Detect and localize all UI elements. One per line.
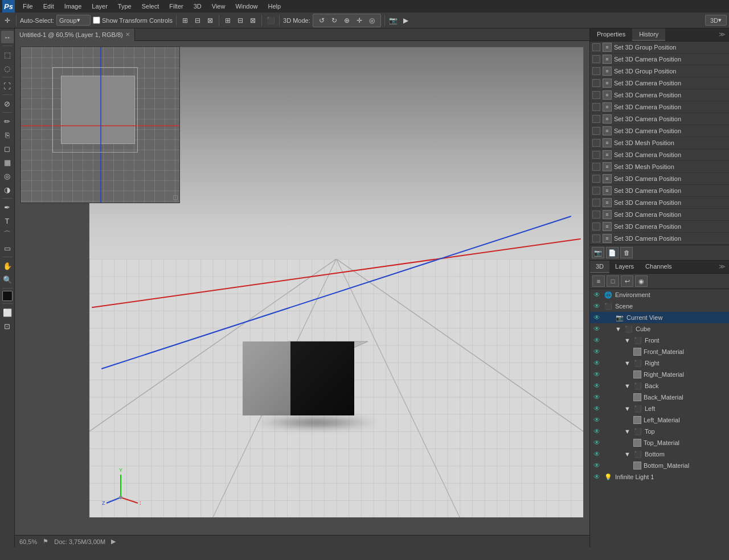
layer-left-material[interactable]: 👁 Left_Material	[590, 414, 729, 426]
layer-right[interactable]: 👁 ▼ ⬛ Right	[590, 357, 729, 369]
video-icon[interactable]: ▶	[401, 15, 411, 26]
brush-tool[interactable]: ✏	[1, 115, 14, 127]
blur-tool[interactable]: ◎	[1, 170, 14, 182]
right-expand[interactable]: ▼	[624, 360, 631, 367]
menu-layer[interactable]: Layer	[87, 2, 112, 11]
layer-top[interactable]: 👁 ▼ ⬛ Top	[590, 426, 729, 437]
clone-tool[interactable]: ⎘	[1, 129, 14, 141]
history-checkbox-2[interactable]	[592, 67, 600, 75]
align-left-icon[interactable]: ⊞	[180, 15, 190, 26]
history-item-11[interactable]: ≡ Set 3D Camera Position	[590, 173, 729, 185]
layer-filter-btn[interactable]: ≡	[592, 275, 605, 287]
zoom-tool-icon[interactable]: ◎	[367, 15, 377, 26]
text-tool[interactable]: T	[1, 215, 14, 227]
bottom-panel-expand[interactable]: ≫	[715, 261, 729, 273]
history-item-5[interactable]: ≡ Set 3D Camera Position	[590, 101, 729, 113]
history-checkbox-6[interactable]	[592, 115, 600, 123]
tab-history[interactable]: History	[632, 28, 665, 41]
menu-window[interactable]: Window	[231, 2, 262, 11]
history-item-9[interactable]: ≡ Set 3D Camera Position	[590, 149, 729, 161]
history-item-15[interactable]: ≡ Set 3D Camera Position	[590, 221, 729, 233]
layer-new-btn[interactable]: □	[607, 275, 619, 287]
left-visibility[interactable]: 👁	[592, 404, 601, 413]
roll-tool-icon[interactable]: ↻	[329, 15, 339, 26]
path-tool[interactable]: ⌒	[1, 228, 14, 241]
layer-current-view[interactable]: 👁 📷 Current View	[590, 312, 729, 323]
history-checkbox-15[interactable]	[592, 223, 600, 230]
history-create-snapshot[interactable]: 📷	[592, 247, 604, 258]
layer-bottom-material[interactable]: 👁 Bottom_Material	[590, 460, 729, 471]
distribute-right-icon[interactable]: ⊠	[248, 15, 258, 26]
back-mat-visibility[interactable]: 👁	[592, 393, 601, 402]
history-checkbox-10[interactable]	[592, 163, 600, 171]
move-tool[interactable]: ↔	[1, 31, 14, 43]
scene-visibility[interactable]: 👁	[592, 302, 601, 311]
front-mat-visibility[interactable]: 👁	[592, 347, 601, 356]
pan-tool-icon[interactable]: ⊕	[342, 15, 352, 26]
layer-group-btn[interactable]: ↩	[621, 275, 633, 287]
left-mat-visibility[interactable]: 👁	[592, 415, 601, 425]
menu-select[interactable]: Select	[137, 2, 164, 11]
menu-filter[interactable]: Filter	[165, 2, 187, 11]
front-visibility[interactable]: 👁	[592, 336, 601, 345]
menu-view[interactable]: View	[207, 2, 230, 11]
history-item-8[interactable]: ≡ Set 3D Mesh Position	[590, 137, 729, 149]
history-checkbox-16[interactable]	[592, 234, 600, 242]
history-checkbox-5[interactable]	[592, 103, 600, 111]
layer-environment[interactable]: 👁 🌐 Environment	[590, 289, 729, 300]
crop-tool[interactable]: ⛶	[1, 80, 14, 92]
light-visibility[interactable]: 👁	[592, 472, 601, 481]
view-visibility[interactable]: 👁	[592, 313, 601, 322]
history-item-4[interactable]: ≡ Set 3D Camera Position	[590, 89, 729, 101]
layer-infinite-light[interactable]: 👁 💡 Infinite Light 1	[590, 471, 729, 483]
layer-bottom[interactable]: 👁 ▼ ⬛ Bottom	[590, 448, 729, 460]
rotate-tool-icon[interactable]: ↺	[317, 15, 327, 26]
cube-expand[interactable]: ▼	[615, 326, 622, 332]
history-checkbox-7[interactable]	[592, 127, 600, 135]
top-visibility[interactable]: 👁	[592, 427, 601, 436]
right-mat-visibility[interactable]: 👁	[592, 370, 601, 379]
eraser-tool[interactable]: ◻	[1, 142, 14, 155]
show-transform-checkbox[interactable]: Show Transform Controls	[93, 17, 173, 24]
back-visibility[interactable]: 👁	[592, 381, 601, 390]
shape-tool[interactable]: ▭	[1, 242, 14, 254]
panel-expand-btn[interactable]: ≫	[715, 28, 729, 41]
align-right-icon[interactable]: ⊠	[205, 15, 215, 26]
menu-file[interactable]: File	[18, 2, 38, 11]
history-item-13[interactable]: ≡ Set 3D Camera Position	[590, 197, 729, 209]
layer-cube[interactable]: 👁 ▼ ⬛ Cube	[590, 323, 729, 335]
hand-tool[interactable]: ✋	[1, 260, 14, 272]
3d-view-label[interactable]: 3D ▾	[705, 15, 727, 26]
move-tool-icon[interactable]: ✛	[2, 15, 13, 26]
menu-image[interactable]: Image	[60, 2, 87, 11]
screen-mode[interactable]: ⊡	[1, 320, 14, 332]
history-checkbox-14[interactable]	[592, 211, 600, 219]
history-checkbox-3[interactable]	[592, 79, 600, 87]
top-expand[interactable]: ▼	[624, 428, 631, 435]
document-tab-close[interactable]: ✕	[125, 31, 130, 38]
layer-back[interactable]: 👁 ▼ ⬛ Back	[590, 380, 729, 392]
history-checkbox-11[interactable]	[592, 175, 600, 183]
cube-visibility[interactable]: 👁	[592, 324, 601, 333]
history-item-7[interactable]: ≡ Set 3D Camera Position	[590, 125, 729, 137]
layer-top-material[interactable]: 👁 Top_Material	[590, 437, 729, 448]
history-item-2[interactable]: ≡ Set 3D Group Position	[590, 65, 729, 77]
layer-front[interactable]: 👁 ▼ ⬛ Front	[590, 335, 729, 346]
history-item-0[interactable]: ≡ Set 3D Group Position	[590, 42, 729, 53]
selection-tool[interactable]: ⬚	[1, 48, 14, 61]
document-tab[interactable]: Untitled-1 @ 60,5% (Layer 1, RGB/8) ✕	[15, 28, 135, 41]
history-checkbox-13[interactable]	[592, 199, 600, 207]
camera-position-icon[interactable]: 📷	[388, 15, 399, 26]
layer-light-btn[interactable]: ◉	[635, 275, 648, 287]
history-checkbox-4[interactable]	[592, 91, 600, 99]
env-visibility[interactable]: 👁	[592, 290, 601, 299]
history-item-6[interactable]: ≡ Set 3D Camera Position	[590, 113, 729, 125]
history-checkbox-9[interactable]	[592, 151, 600, 159]
bottom-visibility[interactable]: 👁	[592, 450, 601, 459]
history-delete[interactable]: 🗑	[620, 247, 633, 258]
quick-mask-tool[interactable]: ⬜	[1, 306, 14, 319]
lasso-tool[interactable]: ◌	[1, 62, 14, 75]
front-expand[interactable]: ▼	[624, 337, 631, 344]
history-new-document[interactable]: 📄	[606, 247, 619, 258]
bottom-expand[interactable]: ▼	[624, 451, 631, 458]
